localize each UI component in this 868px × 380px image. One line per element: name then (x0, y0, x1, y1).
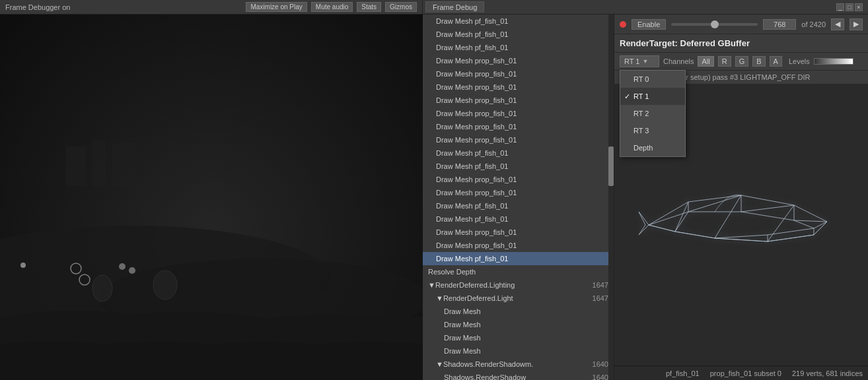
list-item[interactable]: Draw Mesh pf_fish_01 (423, 199, 614, 212)
list-item[interactable]: Draw Mesh prop_fish_01 (423, 94, 614, 107)
list-item[interactable]: Draw Mesh prop_fish_01 (423, 120, 614, 133)
dropdown-item-rt3[interactable]: RT 3 (620, 122, 685, 139)
list-item-selected[interactable]: Draw Mesh pf_fish_01 (423, 252, 614, 265)
prev-frame-button[interactable]: ◀ (831, 18, 844, 30)
checkmark-icon: ✓ (624, 90, 630, 102)
channels-label: Channels (663, 57, 694, 65)
list-item[interactable]: Draw Mesh prop_fish_01 (423, 239, 614, 252)
list-item[interactable]: Draw Mesh (423, 331, 614, 344)
scrollbar-thumb[interactable] (608, 146, 614, 186)
svg-point-11 (92, 275, 112, 301)
svg-line-21 (794, 220, 827, 222)
dropdown-item-rt0[interactable]: RT 0 (620, 71, 685, 88)
svg-line-36 (814, 222, 827, 235)
frame-total-label: of 2420 (801, 20, 826, 28)
channel-r-button[interactable]: R (718, 56, 731, 67)
svg-line-18 (741, 205, 794, 212)
list-item[interactable]: Draw Mesh pf_fish_01 (423, 15, 614, 28)
next-frame-button[interactable]: ▶ (850, 18, 863, 30)
channel-b-button[interactable]: B (752, 56, 765, 67)
svg-line-30 (675, 232, 715, 238)
window-close-button[interactable]: × (855, 3, 863, 11)
rt-header: RenderTarget: Deferred GBuffer (614, 34, 868, 53)
svg-line-22 (794, 220, 814, 228)
shadows-render-shadow-item[interactable]: Shadows.RenderShadow1640 (423, 371, 614, 380)
shadows-render-shadowm-item[interactable]: ▼Shadows.RenderShadowm.1640 (423, 358, 614, 371)
mesh-name-label: pf_fish_01 (666, 369, 700, 377)
scrollbar-track[interactable] (608, 15, 614, 380)
dropdown-item-depth[interactable]: Depth (620, 139, 685, 156)
svg-line-28 (715, 235, 768, 238)
svg-point-8 (129, 267, 135, 274)
dropdown-item-rt2[interactable]: RT 2 (620, 105, 685, 122)
list-item[interactable]: Draw Mesh prop_fish_01 (423, 80, 614, 94)
slider-thumb[interactable] (711, 20, 719, 28)
list-item[interactable]: Draw Mesh (423, 344, 614, 358)
list-item[interactable]: Draw Mesh prop_fish_01 (423, 67, 614, 80)
levels-label: Levels (789, 57, 810, 65)
rt-controls: RT 1 ▼ RT 0 ✓ RT 1 RT 2 RT 3 Depth Chann… (614, 53, 868, 71)
svg-line-29 (715, 238, 768, 241)
svg-rect-4 (112, 143, 135, 186)
list-item[interactable]: Draw Mesh (423, 305, 614, 318)
frame-input[interactable] (763, 19, 796, 30)
svg-line-15 (688, 195, 741, 212)
resolve-depth-item[interactable]: Resolve Depth (423, 265, 614, 278)
dropdown-item-rt1[interactable]: ✓ RT 1 (620, 88, 685, 105)
levels-slider[interactable] (814, 58, 853, 65)
list-item[interactable]: Draw Mesh prop_fish_01 (423, 226, 614, 239)
list-item[interactable]: Draw Mesh (423, 318, 614, 331)
list-item[interactable]: Draw Mesh prop_fish_01 (423, 107, 614, 120)
list-item[interactable]: Draw Mesh pf_fish_01 (423, 212, 614, 226)
right-panel: Enable of 2420 ◀ ▶ RenderTarget: Deferre… (614, 15, 868, 380)
svg-rect-2 (66, 146, 86, 186)
window-minimize-button[interactable]: _ (836, 3, 844, 11)
window-restore-button[interactable]: □ (846, 3, 853, 11)
render-deferred-lighting-item[interactable]: ▼RenderDeferred.Lighting1647 (423, 278, 614, 292)
mute-audio-button[interactable]: Mute audio (311, 2, 353, 12)
rt-select-button[interactable]: RT 1 ▼ (620, 55, 659, 67)
svg-marker-12 (649, 195, 827, 241)
maximize-on-play-button[interactable]: Maximize on Play (246, 2, 307, 12)
top-bar-right: Frame Debug _ □ × (423, 0, 868, 14)
vert-info-label: 219 verts, 681 indices (792, 369, 863, 377)
svg-line-34 (715, 195, 741, 238)
slider-container[interactable] (671, 23, 758, 26)
svg-line-31 (675, 212, 688, 232)
svg-point-7 (119, 263, 126, 270)
rt-select-value: RT 1 (624, 57, 639, 65)
list-item[interactable]: Draw Mesh pf_fish_01 (423, 41, 614, 54)
svg-line-25 (768, 235, 814, 241)
frame-debug-tab[interactable]: Frame Debug (425, 1, 484, 13)
channel-a-button[interactable]: A (770, 56, 782, 67)
list-item[interactable]: Draw Mesh pf_fish_01 (423, 28, 614, 41)
channel-all-button[interactable]: All (698, 56, 713, 67)
svg-line-33 (675, 202, 688, 232)
list-item[interactable]: Draw Mesh prop_fish_01 (423, 54, 614, 67)
svg-point-9 (20, 263, 26, 268)
enable-button[interactable]: Enable (632, 19, 666, 30)
status-bar: pf_fish_01 prop_fish_01 subset 0 219 ver… (614, 365, 868, 380)
list-item[interactable]: Draw Mesh pf_fish_01 (423, 160, 614, 173)
svg-line-32 (649, 225, 675, 232)
render-deferred-light-item[interactable]: ▼RenderDeferred.Light1647 (423, 292, 614, 305)
rt-select-arrow-icon: ▼ (642, 58, 648, 65)
event-list[interactable]: Draw Mesh pf_fish_01 Draw Mesh pf_fish_0… (423, 15, 614, 380)
list-item[interactable]: Draw Mesh prop_fish_01 (423, 186, 614, 199)
top-bar-left: Frame Debugger on Maximize on Play Mute … (0, 0, 423, 14)
scene-svg (0, 15, 423, 380)
svg-rect-3 (92, 140, 106, 186)
enable-dot (620, 21, 626, 28)
enable-bar: Enable of 2420 ◀ ▶ (614, 15, 868, 34)
list-item[interactable]: Draw Mesh prop_fish_01 (423, 173, 614, 186)
rt-dropdown-menu: RT 0 ✓ RT 1 RT 2 RT 3 Depth (620, 70, 686, 157)
list-item[interactable]: Draw Mesh prop_fish_01 (423, 133, 614, 146)
gizmos-button[interactable]: Gizmos (385, 2, 417, 12)
svg-line-13 (649, 212, 688, 225)
svg-marker-37 (639, 212, 649, 235)
channel-g-button[interactable]: G (735, 56, 749, 67)
stats-button[interactable]: Stats (357, 2, 381, 12)
frame-slider[interactable] (671, 23, 758, 26)
list-item[interactable]: Draw Mesh pf_fish_01 (423, 146, 614, 160)
svg-line-35 (768, 205, 794, 241)
